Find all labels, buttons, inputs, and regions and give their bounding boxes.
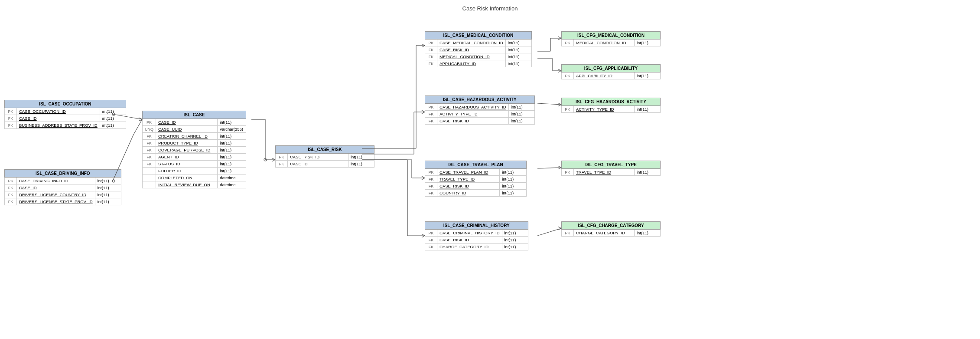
table-row: FKCASE_RISK_IDint(11): [425, 118, 535, 125]
svg-line-13: [272, 158, 275, 160]
svg-line-51: [537, 228, 561, 236]
svg-line-5: [133, 119, 142, 135]
table-header-cfg-hazardous: ISL_CFG_HAZARDOUS_ACTIVITY: [562, 98, 661, 106]
table-row: FKACTIVITY_TYPE_IDint(11): [425, 111, 535, 118]
table-row: FKAGENT_IDint(11): [143, 154, 246, 161]
svg-line-43: [558, 69, 561, 71]
table-row: FKBUSINESS_ADDRESS_STATE_PROV_IDint(11): [5, 122, 126, 129]
table-row: PKCASE_MEDICAL_CONDITION_IDint(11): [425, 39, 532, 46]
table-header-cfg-medical: ISL_CFG_MEDICAL_CONDITION: [562, 32, 661, 39]
table-header-cfg-applicability: ISL_CFG_APPLICABILITY: [562, 65, 661, 72]
table-header-hazardous: ISL_CASE_HAZARDOUS_ACTIVITY: [425, 96, 535, 104]
table-header-occupation: ISL_CASE_OCCUPATION: [5, 100, 126, 108]
svg-line-19: [422, 46, 425, 47]
table-row: PKTRAVEL_TYPE_IDint(11): [562, 169, 661, 176]
table-row: FKDRIVERS_LICENSE_STATE_PROV_IDint(11): [5, 198, 121, 205]
table-header-medical: ISL_CASE_MEDICAL_CONDITION: [425, 32, 532, 39]
table-row: UNQCASE_UUIDvarchar(255): [143, 126, 246, 133]
table-header-driving: ISL_CASE_DRIVING_INFO: [5, 170, 121, 178]
svg-line-18: [422, 44, 425, 46]
table-isl-case-hazardous: ISL_CASE_HAZARDOUS_ACTIVITY PKCASE_HAZAR…: [425, 95, 535, 125]
table-row: PKCASE_OCCUPATION_IDint(11): [5, 108, 126, 115]
svg-line-34: [422, 236, 425, 237]
table-row: FKCREATION_CHANNEL_IDint(11): [143, 133, 246, 140]
svg-line-1: [139, 118, 142, 119]
svg-line-52: [558, 227, 561, 228]
table-row: PKCASE_DRIVING_INFO_IDint(11): [5, 178, 121, 184]
svg-point-12: [264, 158, 267, 161]
table-isl-case-risk: ISL_CASE_RISK PKCASE_RISK_IDint(11) FKCA…: [275, 145, 374, 168]
svg-line-24: [422, 112, 425, 114]
table-isl-case-criminal: ISL_CASE_CRIMINAL_HISTORY PKCASE_CRIMINA…: [425, 221, 528, 250]
table-row: FKCASE_RISK_IDint(11): [425, 237, 528, 244]
table-row: PKCASE_IDint(11): [143, 119, 246, 126]
table-row: PKCASE_TRAVEL_PLAN_IDint(11): [425, 169, 527, 176]
table-row: FKAPPLICABILITY_IDint(11): [425, 60, 532, 67]
table-row: PKACTIVITY_TYPE_IDint(11): [562, 106, 661, 113]
table-header-cfg-travel: ISL_CFG_TRAVEL_TYPE: [562, 161, 661, 169]
svg-line-50: [558, 168, 561, 169]
svg-line-2: [139, 119, 142, 121]
table-row: PKCASE_CRIMINAL_HISTORY_IDint(11): [425, 230, 528, 237]
table-isl-cfg-travel: ISL_CFG_TRAVEL_TYPE PKTRAVEL_TYPE_IDint(…: [561, 161, 661, 176]
svg-line-14: [272, 160, 275, 161]
table-row: PKCASE_HAZARDOUS_ACTIVITY_IDint(11): [425, 104, 535, 111]
table-row: COMPLETED_ONdatetime: [143, 174, 246, 181]
table-isl-case: ISL_CASE PKCASE_IDint(11) UNQCASE_UUIDva…: [142, 111, 246, 188]
svg-line-46: [558, 103, 561, 105]
key-pk: PK: [5, 108, 17, 115]
table-isl-cfg-charge: ISL_CFG_CHARGE_CATEGORY PKCHARGE_CATEGOR…: [561, 221, 661, 237]
svg-line-29: [422, 178, 425, 180]
table-isl-cfg-applicability: ISL_CFG_APPLICABILITY PKAPPLICABILITY_ID…: [561, 64, 661, 79]
table-row: FKCASE_IDint(11): [5, 115, 126, 122]
diagram-container: Case Risk Information ISL_CASE_OCCUPATIO…: [0, 0, 980, 339]
table-row: FKTRAVEL_TYPE_IDint(11): [425, 176, 527, 183]
table-isl-cfg-hazardous: ISL_CFG_HAZARDOUS_ACTIVITY PKACTIVITY_TY…: [561, 98, 661, 113]
field-case-occupation-id: CASE_OCCUPATION_ID: [17, 108, 100, 115]
table-isl-cfg-medical: ISL_CFG_MEDICAL_CONDITION PKMEDICAL_COND…: [561, 31, 661, 46]
svg-line-7: [139, 118, 142, 119]
svg-line-53: [558, 228, 561, 230]
table-header-criminal: ISL_CASE_CRIMINAL_HISTORY: [425, 222, 528, 230]
table-row: FKCASE_IDint(11): [5, 184, 121, 191]
table-header-cfg-charge: ISL_CFG_CHARGE_CATEGORY: [562, 222, 661, 230]
table-isl-case-driving-info: ISL_CASE_DRIVING_INFO PKCASE_DRIVING_INF…: [4, 169, 121, 205]
diagram-title: Case Risk Information: [462, 5, 518, 12]
table-header-case: ISL_CASE: [143, 111, 246, 119]
table-row: FKCOVERAGE_PURPOSE_IDint(11): [143, 147, 246, 154]
table-row: FKMEDICAL_CONDITION_IDint(11): [425, 53, 532, 60]
table-row: FKSTATUS_IDint(11): [143, 161, 246, 168]
table-row: FKCASE_IDint(11): [276, 161, 374, 168]
svg-line-49: [558, 166, 561, 168]
table-row: FKCASE_RISK_IDint(11): [425, 183, 527, 190]
svg-line-45: [537, 103, 561, 105]
table-row: FKPRODUCT_TYPE_IDint(11): [143, 140, 246, 147]
type-int11: int(11): [100, 108, 126, 115]
table-isl-case-occupation: ISL_CASE_OCCUPATION PKCASE_OCCUPATION_ID…: [4, 100, 126, 129]
table-row: INITIAL_REVIEW_DUE_ONdatetime: [143, 181, 246, 188]
svg-line-33: [422, 234, 425, 236]
table-isl-case-travel: ISL_CASE_TRAVEL_PLAN PKCASE_TRAVEL_PLAN_…: [425, 161, 527, 197]
table-row: PKCHARGE_CATEGORY_IDint(11): [562, 230, 661, 237]
table-row: PKAPPLICABILITY_IDint(11): [562, 72, 661, 79]
table-row: FKCOUNTRY_IDint(11): [425, 190, 527, 197]
svg-line-48: [537, 168, 561, 168]
table-row: FKCASE_RISK_IDint(11): [425, 46, 532, 53]
svg-line-38: [558, 36, 561, 38]
svg-line-44: [558, 71, 561, 72]
svg-line-39: [558, 38, 561, 40]
svg-line-28: [422, 176, 425, 178]
svg-line-47: [558, 105, 561, 106]
svg-line-8: [139, 119, 142, 121]
table-row: FKDRIVERS_LICENSE_COUNTRY_IDint(11): [5, 191, 121, 198]
table-header-risk: ISL_CASE_RISK: [276, 146, 374, 154]
table-isl-case-medical: ISL_CASE_MEDICAL_CONDITION PKCASE_MEDICA…: [425, 31, 532, 67]
table-row: PKMEDICAL_CONDITION_IDint(11): [562, 39, 661, 46]
table-row: PKCASE_RISK_IDint(11): [276, 154, 374, 161]
table-row: FOLDER_IDint(11): [143, 168, 246, 174]
table-row: FKCHARGE_CATEGORY_IDint(11): [425, 244, 528, 250]
svg-line-23: [422, 110, 425, 112]
table-header-travel: ISL_CASE_TRAVEL_PLAN: [425, 161, 527, 169]
